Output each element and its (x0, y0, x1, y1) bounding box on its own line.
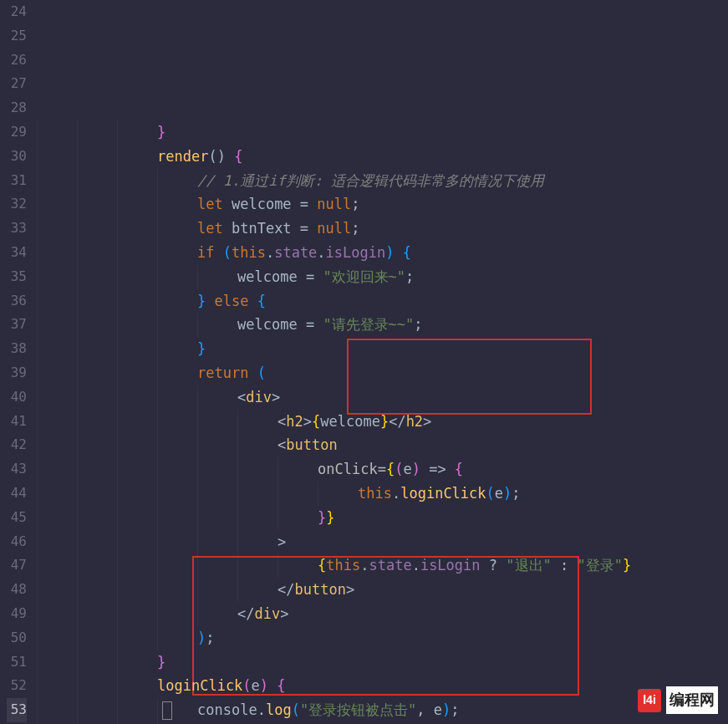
token-paren-p: } (318, 509, 326, 526)
token-paren-b: { (403, 244, 411, 261)
line-number: 38 (7, 337, 27, 361)
token-kw: null (317, 220, 351, 237)
line-number: 39 (7, 361, 27, 385)
code-line[interactable]: } else { (37, 289, 728, 314)
code-line[interactable]: this.loginClick(e); (37, 482, 728, 506)
token-tag: div (246, 389, 272, 405)
token-punct: </ (277, 581, 294, 598)
token-paren-y: } (380, 413, 389, 430)
token-kw: if (197, 244, 223, 261)
token-var: console (197, 701, 257, 718)
token-fn: loginClick (400, 485, 486, 502)
token-punct: </ (389, 413, 405, 430)
token-punct: > (303, 413, 312, 430)
line-number: 50 (7, 626, 27, 650)
code-line[interactable]: </button> (37, 578, 728, 602)
token-tag: button (294, 581, 345, 598)
token-this: this (326, 557, 360, 574)
line-number: 53 (7, 698, 27, 722)
code-line[interactable]: <div> (37, 385, 728, 410)
code-line[interactable]: welcome = "请先登录~~"; (37, 313, 728, 337)
code-line[interactable]: return ( (37, 361, 728, 385)
token-prop: isLogin (326, 244, 386, 261)
code-line[interactable]: } (37, 650, 728, 675)
token-punct: . (360, 557, 369, 574)
token-paren-p: { (455, 461, 463, 477)
code-line[interactable]: > (37, 530, 728, 554)
code-area[interactable]: }render() {// 1.通过if判断: 适合逻辑代码非常多的情况下使用l… (37, 0, 728, 724)
token-var: welcome (320, 413, 380, 430)
token-tag: h2 (406, 413, 423, 430)
code-line[interactable]: let btnText = null; (37, 217, 728, 241)
code-line[interactable]: }} (37, 506, 728, 530)
token-punct: : (552, 557, 578, 574)
token-prop: state (369, 557, 411, 574)
token-paren-p: } (157, 654, 165, 670)
token-paren-b: ( (223, 244, 232, 261)
code-line[interactable]: {this.state.isLogin ? "退出" : "登录"} (37, 553, 728, 578)
token-paren-p: ) (260, 677, 268, 694)
code-line[interactable]: if (this.state.isLogin) { (37, 241, 728, 265)
token-var: e (434, 701, 442, 718)
token-punct: < (277, 413, 286, 430)
token-punct: ; (351, 196, 359, 212)
token-paren-b: ( (292, 701, 300, 718)
code-line[interactable]: ); (37, 626, 728, 650)
code-editor[interactable]: 2425262728293031323334353637383940414243… (0, 0, 728, 724)
token-punct: . (412, 557, 420, 574)
token-var: welcome (232, 196, 300, 212)
line-number: 41 (7, 410, 27, 434)
token-paren-b: ( (486, 485, 495, 502)
token-str: "请先登录~~" (323, 316, 414, 333)
token-paren-p: } (157, 124, 165, 140)
token-paren-p: { (234, 148, 242, 165)
token-paren-b: } (197, 340, 206, 357)
code-line[interactable]: render() { (37, 145, 728, 169)
line-number: 25 (7, 24, 27, 48)
line-number: 49 (7, 602, 27, 626)
token-paren-b: ) (442, 701, 451, 718)
code-line[interactable]: console.log("登录按钮被点击", e); (37, 698, 728, 722)
code-line[interactable]: // 1.通过if判断: 适合逻辑代码非常多的情况下使用 (37, 169, 728, 193)
token-paren-y: { (386, 461, 395, 477)
token-paren-y: } (623, 557, 631, 574)
code-line[interactable]: </div> (37, 602, 728, 626)
token-paren-p: { (277, 677, 285, 694)
line-number: 48 (7, 578, 27, 602)
token-punct: > (346, 581, 354, 598)
code-line[interactable]: <h2>{welcome}</h2> (37, 410, 728, 434)
line-number: 32 (7, 192, 27, 217)
token-punct: = (306, 316, 323, 333)
token-this: this (232, 244, 266, 261)
code-line[interactable]: } (37, 337, 728, 361)
token-punct: . (392, 485, 400, 502)
code-line[interactable]: onClick={(e) => { (37, 457, 728, 482)
logo-badge: l4i (638, 689, 661, 712)
code-line[interactable]: let welcome = null; (37, 192, 728, 217)
token-punct: () (208, 148, 234, 165)
token-punct: ? (481, 557, 507, 574)
token-punct: ; (414, 316, 422, 333)
token-tag: button (286, 436, 337, 453)
token-this: this (358, 485, 392, 502)
token-punct: </ (237, 605, 254, 622)
token-paren-b: ( (257, 365, 266, 381)
line-number: 42 (7, 433, 27, 457)
token-var: btnText (232, 220, 300, 237)
token-punct: ; (512, 485, 520, 502)
token-prop: isLogin (420, 557, 481, 574)
token-punct: => (420, 461, 455, 477)
token-punct: ; (405, 268, 414, 285)
code-line[interactable]: loginClick(e) { (37, 674, 728, 698)
line-number: 30 (7, 145, 27, 169)
token-kw: let (197, 220, 232, 237)
code-line[interactable]: } (37, 120, 728, 145)
token-var: e (252, 677, 260, 694)
token-var: welcome (237, 268, 306, 285)
token-punct (206, 293, 214, 309)
code-line[interactable]: welcome = "欢迎回来~"; (37, 265, 728, 289)
line-number: 28 (7, 96, 27, 120)
code-line[interactable]: <button (37, 433, 728, 457)
token-punct: ; (351, 220, 359, 237)
token-punct: < (277, 436, 286, 453)
